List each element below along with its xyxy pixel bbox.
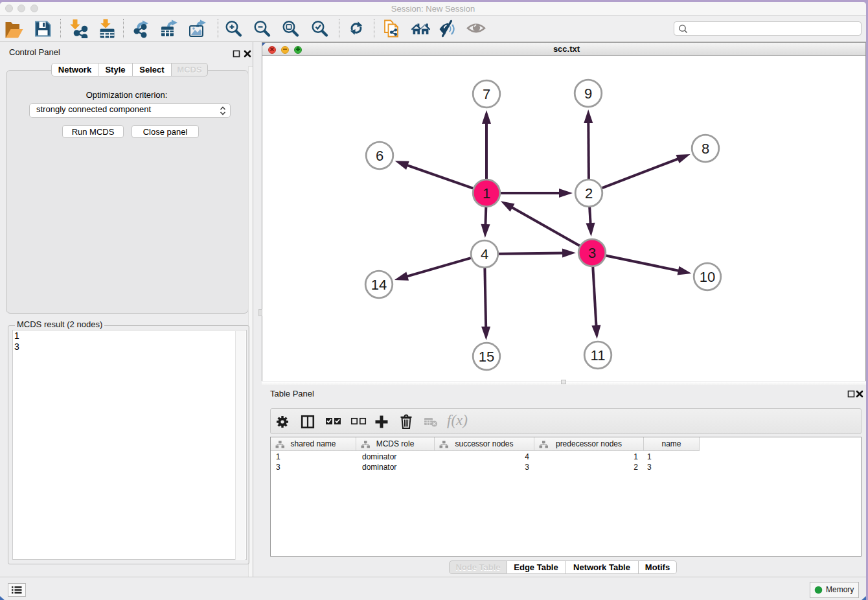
svg-text:7: 7 xyxy=(483,86,490,102)
svg-text:6: 6 xyxy=(376,148,383,164)
svg-text:3: 3 xyxy=(588,245,596,261)
svg-text:8: 8 xyxy=(702,141,709,157)
svg-text:9: 9 xyxy=(584,86,592,102)
svg-text:14: 14 xyxy=(371,277,387,293)
svg-text:11: 11 xyxy=(591,347,606,363)
svg-text:4: 4 xyxy=(481,246,488,262)
svg-text:10: 10 xyxy=(700,269,715,285)
svg-text:2: 2 xyxy=(585,185,593,202)
svg-text:15: 15 xyxy=(479,349,494,365)
svg-text:1: 1 xyxy=(483,185,490,202)
